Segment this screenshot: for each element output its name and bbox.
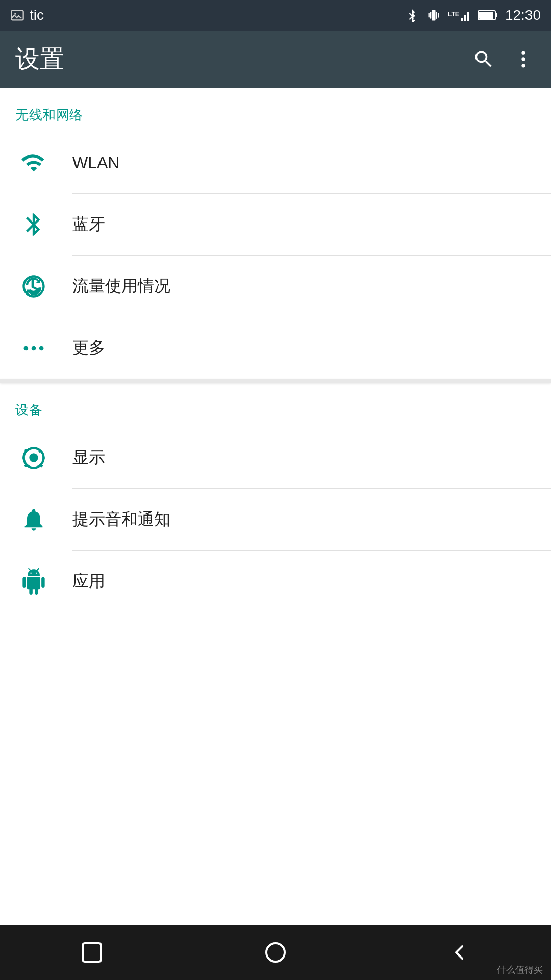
app-bar: 设置 <box>0 31 551 88</box>
app-bar-icons <box>471 47 536 71</box>
page-title: 设置 <box>15 43 471 76</box>
settings-content: 无线和网络 WLAN 蓝牙 流量使用情况 <box>0 88 551 925</box>
search-button[interactable] <box>471 47 496 71</box>
section-divider <box>0 379 551 383</box>
svg-point-16 <box>521 64 525 67</box>
section-header-wireless: 无线和网络 <box>0 88 551 132</box>
svg-rect-3 <box>430 12 431 19</box>
status-bar-left: tic <box>10 7 44 23</box>
vibrate-icon <box>427 8 441 22</box>
display-label: 显示 <box>72 447 105 469</box>
svg-text:LTE: LTE <box>448 11 459 18</box>
sound-label: 提示音和通知 <box>72 508 170 531</box>
image-icon <box>10 8 24 22</box>
svg-point-17 <box>24 346 29 351</box>
svg-point-14 <box>521 51 525 55</box>
data-usage-icon <box>15 268 52 305</box>
more-options-button[interactable] <box>511 47 536 71</box>
setting-item-sound[interactable]: 提示音和通知 <box>0 489 551 550</box>
setting-item-more[interactable]: 更多 <box>0 317 551 379</box>
more-ellipsis-icon <box>15 330 52 366</box>
svg-rect-2 <box>432 10 435 21</box>
home-button[interactable] <box>257 934 294 971</box>
svg-rect-13 <box>479 12 493 19</box>
sound-icon <box>15 501 52 538</box>
svg-rect-10 <box>467 12 469 21</box>
svg-rect-6 <box>438 13 439 17</box>
bluetooth-label: 蓝牙 <box>72 213 105 236</box>
setting-item-wlan[interactable]: WLAN <box>0 132 551 193</box>
watermark: 什么值得买 <box>497 964 543 976</box>
wifi-icon <box>15 144 52 181</box>
svg-point-1 <box>14 13 16 15</box>
recents-button[interactable] <box>73 934 110 971</box>
svg-rect-12 <box>495 13 497 17</box>
bluetooth-icon <box>15 206 52 243</box>
status-bar-right: LTE 12:30 <box>405 7 541 23</box>
apps-label: 应用 <box>72 570 105 593</box>
setting-item-display[interactable]: 显示 <box>0 427 551 488</box>
svg-point-18 <box>32 346 36 351</box>
back-button[interactable] <box>441 934 478 971</box>
apps-android-icon <box>15 563 52 600</box>
svg-point-20 <box>29 453 38 462</box>
status-time: 12:30 <box>505 7 541 23</box>
svg-point-22 <box>266 943 285 962</box>
svg-rect-8 <box>461 18 463 21</box>
svg-point-19 <box>39 346 44 351</box>
setting-item-bluetooth[interactable]: 蓝牙 <box>0 194 551 255</box>
svg-point-15 <box>521 57 525 61</box>
svg-rect-4 <box>436 12 437 19</box>
battery-icon <box>478 8 498 22</box>
more-label: 更多 <box>72 337 105 359</box>
wlan-label: WLAN <box>72 154 119 173</box>
signal-icon: LTE <box>448 8 470 22</box>
svg-rect-5 <box>428 13 429 17</box>
display-icon <box>15 439 52 476</box>
setting-item-apps[interactable]: 应用 <box>0 551 551 612</box>
svg-rect-9 <box>464 15 466 21</box>
section-header-device: 设备 <box>0 383 551 427</box>
svg-rect-0 <box>11 11 23 20</box>
status-bar: tic LTE 12:30 <box>0 0 551 31</box>
bluetooth-status-icon <box>405 8 419 22</box>
svg-rect-21 <box>83 943 101 962</box>
nav-bar: 什么值得买 <box>0 925 551 980</box>
data-usage-label: 流量使用情况 <box>72 275 170 298</box>
setting-item-data-usage[interactable]: 流量使用情况 <box>0 256 551 317</box>
app-name-label: tic <box>30 7 44 23</box>
